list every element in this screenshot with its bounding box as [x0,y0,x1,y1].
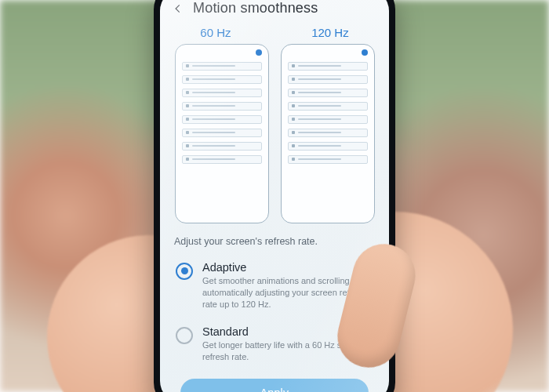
option-adaptive-title: Adaptive [202,261,373,274]
preview-120hz [281,44,375,223]
preview-info-icon [362,49,368,56]
hz-label-row: 60 Hz 120 Hz [160,26,389,39]
preview-row [160,39,389,234]
apply-button[interactable]: Apply [180,379,369,392]
back-button[interactable] [171,2,185,16]
page-title: Motion smoothness [193,0,318,16]
preview-60hz [175,44,269,223]
hz-label-120: 120 Hz [311,26,349,39]
radio-standard[interactable] [176,327,193,344]
chevron-left-icon [173,3,184,14]
radio-selected-icon [181,267,188,274]
preview-info-icon [256,49,262,56]
hz-label-60: 60 Hz [200,26,231,39]
settings-header: Motion smoothness [160,0,389,21]
radio-adaptive[interactable] [176,263,193,280]
section-description: Adjust your screen's refresh rate. [160,234,389,253]
